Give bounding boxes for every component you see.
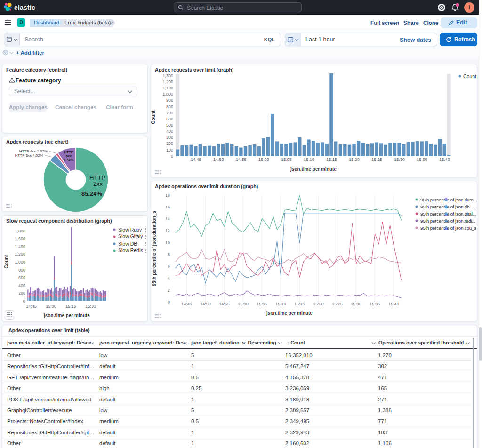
svg-text:700: 700 xyxy=(166,111,173,115)
svg-text:900: 900 xyxy=(166,98,173,103)
svg-text:14:50: 14:50 xyxy=(213,157,224,162)
svg-text:15:20: 15:20 xyxy=(313,302,324,306)
svg-text:15:15: 15:15 xyxy=(326,157,337,162)
svg-text:14:45: 14:45 xyxy=(191,157,201,162)
svg-text:4: 4 xyxy=(168,276,170,280)
svg-text:15:00: 15:00 xyxy=(238,302,249,306)
svg-text:Slow Gitaly: Slow Gitaly xyxy=(118,233,143,239)
svg-text:14:45: 14:45 xyxy=(26,304,37,309)
svg-text:Count: Count xyxy=(4,255,9,269)
svg-text:600: 600 xyxy=(18,275,25,280)
svg-text:95th percentile of json.durati: 95th percentile of json.duration_s xyxy=(152,211,157,286)
svg-text:14:45: 14:45 xyxy=(181,302,192,306)
svg-text:15:30: 15:30 xyxy=(394,157,405,162)
svg-text:300: 300 xyxy=(166,135,173,140)
svg-text:15:05: 15:05 xyxy=(281,157,292,162)
svg-text:json.time per minute: json.time per minute xyxy=(266,311,313,316)
svg-text:json.time per minute: json.time per minute xyxy=(43,313,90,318)
svg-text:1,300: 1,300 xyxy=(162,73,173,78)
svg-text:HTTP 4xx 1.32%: HTTP 4xx 1.32% xyxy=(19,149,48,153)
svg-text:Slow Ruby: Slow Ruby xyxy=(118,227,142,232)
svg-text:Slow Redis: Slow Redis xyxy=(118,248,143,253)
svg-text:18: 18 xyxy=(165,193,170,198)
svg-text:15:05: 15:05 xyxy=(257,302,267,306)
svg-text:95th percentile of json.gital.: 95th percentile of json.gital... xyxy=(420,211,476,216)
svg-text:95th percentile of json.dura..: 95th percentile of json.dura... xyxy=(420,197,477,202)
svg-text:500: 500 xyxy=(166,123,173,128)
svg-text:1,000: 1,000 xyxy=(162,92,173,96)
svg-text:200: 200 xyxy=(166,141,173,146)
svg-text:HTTP 3xx 4.02%: HTTP 3xx 4.02% xyxy=(15,153,43,158)
svg-text:6: 6 xyxy=(168,264,170,269)
svg-text:15:35: 15:35 xyxy=(370,302,380,306)
svg-text:Count: Count xyxy=(463,73,476,79)
svg-text:0: 0 xyxy=(171,154,173,159)
svg-text:1,800: 1,800 xyxy=(15,229,25,233)
svg-text:95th percentile of json.db_...: 95th percentile of json.db_... xyxy=(420,204,475,209)
svg-text:600: 600 xyxy=(166,117,173,121)
svg-text:15:30: 15:30 xyxy=(85,304,96,309)
svg-text:15:15: 15:15 xyxy=(65,304,76,309)
svg-text:15:40: 15:40 xyxy=(439,157,450,162)
svg-text:15:10: 15:10 xyxy=(275,302,286,306)
svg-text:1,400: 1,400 xyxy=(15,244,25,249)
svg-text:0: 0 xyxy=(23,299,25,304)
svg-text:8: 8 xyxy=(168,252,170,257)
svg-text:15:00: 15:00 xyxy=(258,157,269,162)
svg-text:100: 100 xyxy=(166,148,173,152)
svg-text:15:20: 15:20 xyxy=(349,157,360,162)
svg-text:15:00: 15:00 xyxy=(46,304,56,309)
svg-text:400: 400 xyxy=(18,283,25,288)
svg-text:95th percentile of json.cpu_s: 95th percentile of json.cpu_s xyxy=(420,225,476,231)
svg-text:9.42%: 9.42% xyxy=(64,158,74,162)
svg-text:14:55: 14:55 xyxy=(236,157,247,162)
svg-text:800: 800 xyxy=(166,104,173,109)
svg-text:16: 16 xyxy=(165,205,170,209)
svg-text:14:50: 14:50 xyxy=(200,302,211,306)
svg-text:14:55: 14:55 xyxy=(219,302,230,306)
svg-text:200: 200 xyxy=(18,291,25,296)
svg-text:json.time per minute: json.time per minute xyxy=(290,167,337,172)
svg-text:Slow DB: Slow DB xyxy=(118,241,137,247)
svg-text:85.24%: 85.24% xyxy=(81,190,103,197)
svg-text:95th percentile of json.redi..: 95th percentile of json.redi... xyxy=(420,218,475,224)
svg-text:12: 12 xyxy=(165,228,170,233)
svg-text:15:30: 15:30 xyxy=(351,302,362,306)
svg-text:800: 800 xyxy=(18,268,25,272)
svg-text:400: 400 xyxy=(166,129,173,134)
svg-text:15:25: 15:25 xyxy=(332,302,343,306)
svg-text:1,100: 1,100 xyxy=(162,86,173,90)
svg-text:2xx: 2xx xyxy=(93,180,103,187)
svg-text:2: 2 xyxy=(168,288,170,293)
svg-text:15:15: 15:15 xyxy=(294,302,305,306)
svg-text:15:25: 15:25 xyxy=(371,157,382,162)
svg-text:15:10: 15:10 xyxy=(304,157,314,162)
svg-text:15:40: 15:40 xyxy=(388,302,399,306)
svg-text:1,200: 1,200 xyxy=(162,80,173,84)
svg-text:14: 14 xyxy=(165,216,170,221)
svg-text:1,600: 1,600 xyxy=(15,236,25,241)
svg-text:10: 10 xyxy=(165,240,170,245)
svg-text:0: 0 xyxy=(168,300,170,304)
svg-text:15:35: 15:35 xyxy=(417,157,427,162)
svg-text:1,000: 1,000 xyxy=(15,260,25,264)
svg-text:1,200: 1,200 xyxy=(15,252,25,256)
svg-text:Count: Count xyxy=(151,110,156,124)
